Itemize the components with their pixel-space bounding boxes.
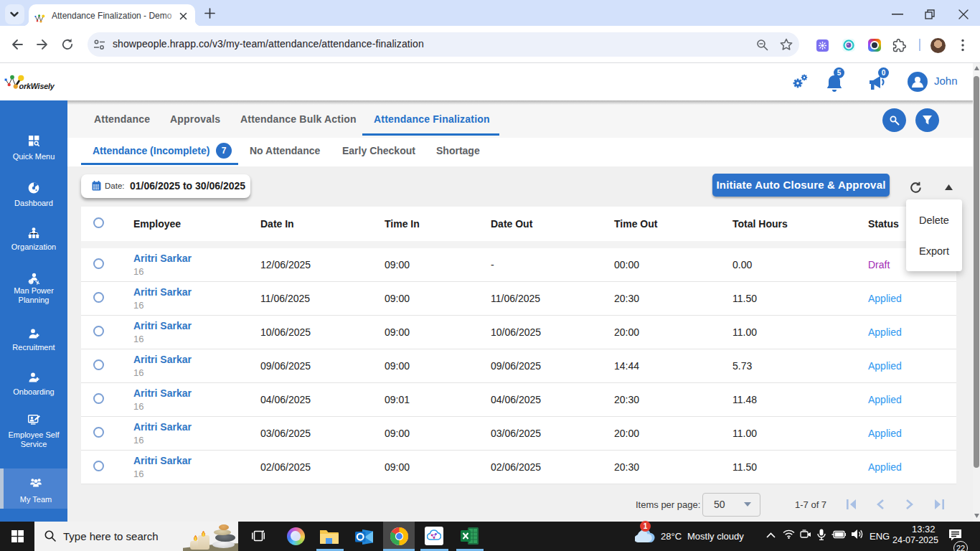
- svg-text:orkWisely: orkWisely: [19, 82, 55, 90]
